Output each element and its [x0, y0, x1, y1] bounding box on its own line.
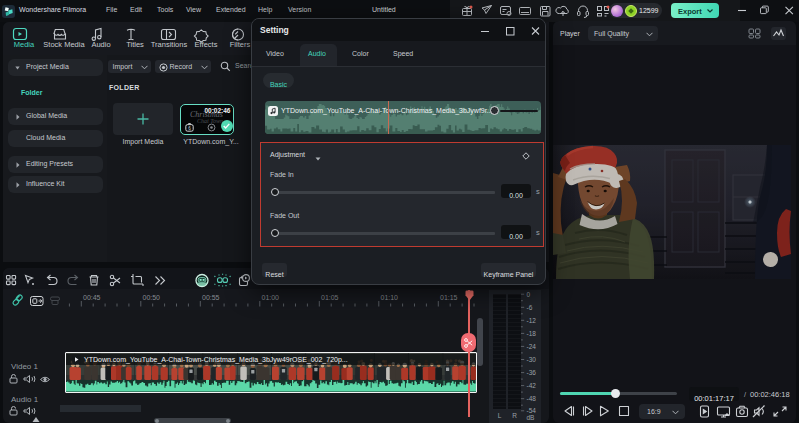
svg-text:dB: dB — [527, 414, 535, 421]
svg-text:01:00: 01:00 — [262, 294, 280, 301]
svg-text:-36: -36 — [527, 369, 537, 376]
svg-text:-30: -30 — [527, 356, 537, 363]
svg-text:01:15: 01:15 — [440, 294, 458, 301]
svg-text:0: 0 — [527, 291, 531, 298]
svg-text:6: 6 — [188, 126, 191, 131]
svg-text:00:45: 00:45 — [83, 294, 101, 301]
svg-text:-18: -18 — [527, 330, 537, 337]
svg-text:01:10: 01:10 — [381, 294, 399, 301]
svg-text:-24: -24 — [527, 343, 537, 350]
svg-text:-6: -6 — [527, 304, 533, 311]
svg-text:01:05: 01:05 — [321, 294, 339, 301]
svg-text:-42: -42 — [527, 382, 537, 389]
svg-text:-12: -12 — [527, 317, 537, 324]
svg-text:00:55: 00:55 — [202, 294, 220, 301]
svg-text:-48: -48 — [527, 395, 537, 402]
svg-text:00:50: 00:50 — [143, 294, 161, 301]
